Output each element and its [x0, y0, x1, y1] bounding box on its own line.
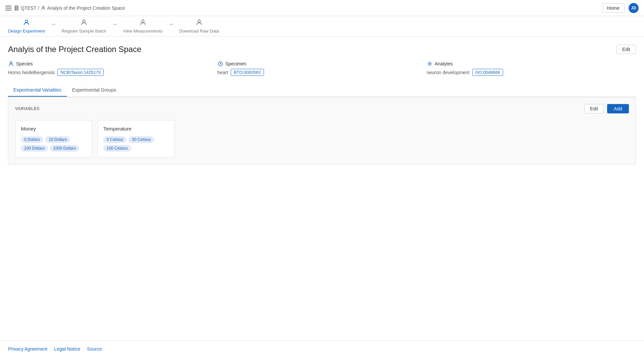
variable-card-temperature: Temperature 0 Celsius 30 Celsius 100 Cel…: [98, 120, 175, 157]
step-arrow-3: →: [168, 21, 174, 32]
analytes-label: Analytes: [435, 61, 453, 66]
top-bar-left: QTEST / Analyis of the Project Creation …: [5, 5, 125, 11]
variables-actions: Edit Add: [584, 104, 629, 113]
specimen-label: Specimen: [225, 61, 246, 66]
breadcrumb-sep: /: [38, 5, 39, 11]
footer-legal-link[interactable]: Legal Notice: [54, 346, 80, 352]
info-row: Species Homo heidelbergensis NCBITaxon:1…: [8, 61, 636, 76]
analytes-link[interactable]: GO:0048666: [472, 69, 503, 76]
svg-point-8: [142, 20, 144, 22]
step-design-experiment[interactable]: Design Experiment: [8, 19, 45, 34]
page-header: Analyis of the Project Creation Space Ed…: [8, 45, 636, 54]
specimen-icon: [217, 61, 223, 67]
variable-temperature-tags: 0 Celsius 30 Celsius 100 Celsius: [103, 136, 169, 152]
analytes-value: neuron development: [427, 70, 470, 75]
svg-line-21: [431, 65, 431, 65]
species-link[interactable]: NCBITaxon:1425170: [57, 69, 104, 76]
variable-temperature-title: Temperature: [103, 126, 169, 132]
svg-point-6: [25, 20, 28, 22]
variables-edit-button[interactable]: Edit: [584, 104, 604, 113]
step-view-measurements[interactable]: View Measurements: [123, 19, 163, 34]
svg-point-10: [10, 62, 12, 64]
avatar: JD: [629, 3, 639, 13]
svg-point-15: [429, 63, 431, 65]
tag-10-dollars: 10 Dollars: [45, 136, 70, 143]
species-value-row: Homo heidelbergensis NCBITaxon:1425170: [8, 69, 217, 76]
home-button[interactable]: Home: [602, 3, 625, 13]
step-view-label: View Measurements: [123, 29, 163, 34]
step-arrow-1: →: [50, 21, 56, 32]
species-label-row: Species: [8, 61, 217, 67]
step-view-icon: [139, 19, 147, 28]
footer-source-link[interactable]: Source: [87, 346, 102, 352]
variable-cards-row: Money 0 Dollars 10 Dollars 100 Dollars 1…: [15, 120, 629, 157]
main-content: Analyis of the Project Creation Space Ed…: [0, 37, 644, 341]
svg-line-23: [431, 62, 431, 63]
tag-30-celsius: 30 Celsius: [128, 136, 154, 143]
step-download-icon: [196, 19, 203, 28]
notebook-icon: [14, 5, 19, 11]
tag-1000-dollars: 1000 Dollars: [50, 145, 79, 152]
species-section: Species Homo heidelbergensis NCBITaxon:1…: [8, 61, 217, 76]
specimen-section: Specimen heart BTO:0000562: [217, 61, 427, 76]
tab-experimental-groups[interactable]: Experimental Groups: [67, 84, 122, 97]
tab-panel-inner: VARIABLES Edit Add Money 0 Dollars 10 Do…: [8, 97, 636, 164]
species-icon: [8, 61, 14, 67]
step-register-icon: [80, 19, 88, 28]
svg-point-9: [198, 20, 200, 22]
page-edit-button[interactable]: Edit: [616, 45, 636, 54]
variables-header: VARIABLES Edit Add: [15, 104, 629, 113]
hamburger-menu[interactable]: [5, 6, 11, 10]
species-value: Homo heidelbergensis: [8, 70, 55, 75]
footer-privacy-link[interactable]: Privacy Agreement: [8, 346, 48, 352]
svg-point-14: [220, 63, 221, 64]
breadcrumb-page: Analyis of the Project Creation Space: [47, 5, 125, 11]
step-navigation: Design Experiment → Register Sample Batc…: [0, 16, 644, 37]
top-bar-right: Home JD: [602, 3, 639, 13]
step-download-raw[interactable]: Download Raw Data: [179, 19, 219, 34]
variable-money-title: Money: [21, 126, 87, 132]
variables-heading: VARIABLES: [15, 106, 40, 111]
tag-100-celsius: 100 Celsius: [103, 145, 131, 152]
species-label: Species: [16, 61, 33, 66]
breadcrumb: QTEST / Analyis of the Project Creation …: [14, 5, 125, 11]
step-design-label: Design Experiment: [8, 29, 45, 34]
analytes-icon: [427, 61, 433, 67]
tag-0-dollars: 0 Dollars: [21, 136, 43, 143]
page-title: Analyis of the Project Creation Space: [8, 45, 142, 54]
step-download-label: Download Raw Data: [179, 29, 219, 34]
variable-card-money: Money 0 Dollars 10 Dollars 100 Dollars 1…: [15, 120, 92, 157]
svg-point-5: [42, 6, 44, 8]
svg-line-20: [428, 62, 429, 63]
analytes-label-row: Analytes: [427, 61, 636, 67]
step-design-icon: [23, 19, 30, 28]
svg-point-7: [83, 20, 85, 22]
variables-add-button[interactable]: Add: [607, 104, 629, 113]
step-arrow-2: →: [112, 21, 118, 32]
step-register-sample[interactable]: Register Sample Batch: [62, 19, 106, 34]
variable-money-tags: 0 Dollars 10 Dollars 100 Dollars 1000 Do…: [21, 136, 87, 152]
analytes-section: Analytes neuron development GO:0048666: [427, 61, 636, 76]
tag-100-dollars: 100 Dollars: [21, 145, 48, 152]
specimen-value: heart: [217, 70, 228, 75]
footer: Privacy Agreement Legal Notice Source: [0, 341, 644, 357]
breadcrumb-prefix: QTEST: [21, 5, 37, 11]
step-register-label: Register Sample Batch: [62, 29, 106, 34]
specimen-label-row: Specimen: [217, 61, 427, 67]
specimen-value-row: heart BTO:0000562: [217, 69, 427, 76]
specimen-link[interactable]: BTO:0000562: [231, 69, 264, 76]
tab-panel: VARIABLES Edit Add Money 0 Dollars 10 Do…: [8, 97, 636, 164]
analytes-value-row: neuron development GO:0048666: [427, 69, 636, 76]
tag-0-celsius: 0 Celsius: [103, 136, 126, 143]
svg-line-22: [428, 65, 429, 65]
tab-experimental-variables[interactable]: Experimental Variables: [8, 84, 67, 97]
breadcrumb-person-icon: [41, 5, 46, 11]
top-bar: QTEST / Analyis of the Project Creation …: [0, 0, 644, 16]
tabs-bar: Experimental Variables Experimental Grou…: [8, 84, 636, 97]
